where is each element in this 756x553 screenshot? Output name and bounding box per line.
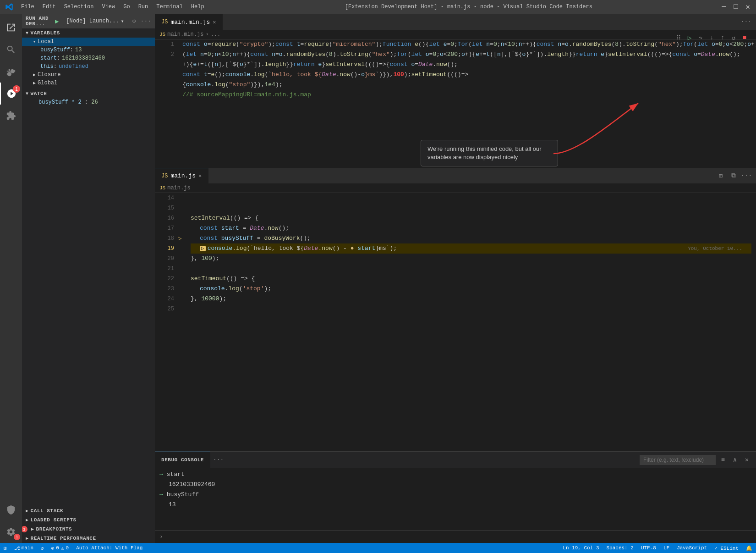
console-line-1: 1621033892460	[155, 480, 756, 490]
language-text: JavaScript	[677, 545, 707, 551]
tab-close-minified[interactable]: ✕	[213, 19, 216, 26]
activity-source-control[interactable]	[0, 61, 22, 83]
debug-step-over-btn[interactable]: ↷	[696, 33, 706, 43]
close-button[interactable]: ✕	[744, 3, 751, 11]
realtime-perf-header[interactable]: REALTIME PERFORMANCE	[22, 534, 155, 543]
open-in-editor-btn[interactable]: ⊞	[716, 171, 726, 181]
watch-item-0[interactable]: busyStuff * 2 : 26	[22, 98, 155, 106]
run-play-button[interactable]: ▶	[55, 17, 59, 25]
loaded-scripts-label: LOADED SCRIPTS	[31, 517, 77, 523]
minified-line-numbers: 1 2	[155, 39, 178, 164]
lower-sidebar: CALL STACK LOADED SCRIPTS 1 BREAKPOINTS …	[22, 506, 155, 543]
watch-section-header[interactable]: WATCH	[22, 89, 155, 98]
main-breadcrumb: JS main.js	[155, 183, 756, 193]
debug-continue-btn[interactable]: ▷	[685, 33, 695, 43]
tab-main-js[interactable]: JS main.js ✕	[155, 168, 208, 184]
js-icon-2: JS	[161, 173, 168, 179]
realtime-perf-chevron	[26, 536, 29, 541]
branch-name: main	[22, 545, 33, 551]
callstack-section-header[interactable]: CALL STACK	[22, 506, 155, 515]
maximize-button[interactable]: □	[732, 3, 740, 11]
activity-run-debug[interactable]	[0, 83, 22, 105]
activity-remote[interactable]	[0, 499, 22, 521]
auto-attach-text: Auto Attach: With Flag	[76, 545, 142, 551]
debug-console-tab[interactable]: DEBUG CONSOLE	[155, 452, 210, 468]
errors-status-item[interactable]: ⊗ 0 ⚠ 0	[48, 543, 72, 553]
callstack-chevron	[26, 508, 29, 514]
activity-settings[interactable]: 1	[0, 521, 22, 543]
menu-help[interactable]: Help	[187, 3, 208, 11]
code-line-19: ▷ console.log(`hello, took ${Date.now() …	[191, 243, 751, 254]
code-line-25	[191, 304, 751, 314]
spaces-status[interactable]: Spaces: 2	[603, 543, 637, 553]
auto-attach-status[interactable]: Auto Attach: With Flag	[72, 543, 146, 553]
variables-section-header[interactable]: VARIABLES	[22, 28, 155, 38]
position-status[interactable]: Ln 19, Col 3	[559, 543, 603, 553]
tooltip-text: We're running this minified code, but al…	[427, 145, 542, 160]
minified-line-1c: +){e+=t([n],[`${o}*`]).length}}return e}…	[182, 60, 751, 70]
eol-status[interactable]: LF	[660, 543, 673, 553]
console-arrow-2: →	[159, 490, 163, 499]
git-blame: You, October 10...	[688, 243, 742, 254]
debug-toolbar: ⠿ ▷ ↷ ↓ ↑ ↺ ■	[674, 33, 750, 43]
run-debug-bar: RUN AND DEB... ▶ [Node] Launch... ▾ ⚙ ··…	[22, 14, 155, 28]
menu-go[interactable]: Go	[120, 3, 133, 11]
var-value-start: 1621033892460	[62, 55, 105, 61]
menu-view[interactable]: View	[98, 3, 119, 11]
loaded-scripts-header[interactable]: LOADED SCRIPTS	[22, 515, 155, 525]
console-list-icon[interactable]: ≡	[718, 455, 728, 465]
tab-main-min-js[interactable]: JS main.min.js ✕	[155, 14, 223, 30]
breakpoints-header[interactable]: 1 BREAKPOINTS	[22, 525, 155, 534]
var-this[interactable]: this : undefined	[22, 62, 155, 71]
remote-status-item[interactable]: ⊞	[0, 543, 11, 553]
menu-file[interactable]: File	[17, 3, 38, 11]
console-close-btn[interactable]: ✕	[742, 455, 751, 465]
window-controls: ─ □ ✕	[720, 3, 751, 11]
activity-search[interactable]	[0, 39, 22, 61]
console-text-1: 1621033892460	[169, 480, 215, 489]
realtime-perf-label: REALTIME PERFORMANCE	[31, 536, 96, 541]
var-busystuff[interactable]: busyStuff : 13	[22, 46, 155, 54]
minified-line-1b: (let n=0;n<10;n++){const n=o.randomBytes…	[182, 50, 751, 60]
split-editor-btn[interactable]: ⧉	[729, 171, 739, 181]
menu-edit[interactable]: Edit	[39, 3, 60, 11]
local-scope-item[interactable]: ▾ Local	[22, 38, 155, 46]
language-status[interactable]: JavaScript	[673, 543, 711, 553]
var-start[interactable]: start : 1621033892460	[22, 54, 155, 62]
menu-selection[interactable]: Selection	[60, 3, 98, 11]
debug-stop-btn[interactable]: ■	[740, 33, 750, 43]
debug-step-out-btn[interactable]: ↑	[718, 33, 728, 43]
launch-config[interactable]: [Node] Launch... ▾	[63, 17, 126, 26]
menu-run[interactable]: Run	[135, 3, 152, 11]
console-filter-input[interactable]	[640, 455, 716, 465]
var-name-busystuff: busyStuff	[40, 47, 70, 53]
warnings-count: 0	[66, 545, 69, 551]
settings-gear-icon[interactable]: ⚙	[132, 17, 136, 25]
code-line-18: const busyStuff = doBusyWork();	[191, 233, 751, 243]
app-logo	[5, 2, 14, 11]
sync-status-item[interactable]: ↺	[37, 543, 48, 553]
activity-extensions[interactable]	[0, 105, 22, 127]
tab-close-main[interactable]: ✕	[198, 172, 202, 179]
more-editor-btn[interactable]: ···	[741, 171, 751, 181]
encoding-status[interactable]: UTF-8	[637, 543, 660, 553]
editor-area: JS main.min.js ✕ ··· JS main.min.js › ..…	[155, 14, 756, 543]
eslint-status[interactable]: ✓ ESLint	[711, 543, 742, 553]
console-clear-up-icon[interactable]: ∧	[730, 455, 740, 465]
activity-explorer[interactable]	[0, 17, 22, 39]
panel-more-btn[interactable]: ···	[213, 456, 224, 463]
menu-terminal[interactable]: Terminal	[153, 3, 186, 11]
breakpoints-label: BREAKPOINTS	[36, 526, 72, 532]
branch-status-item[interactable]: ⎇ main	[11, 543, 37, 553]
closure-scope-item[interactable]: ▶ Closure	[22, 71, 155, 79]
main-code-content[interactable]: setInterval(() => { const start = Date.n…	[186, 193, 756, 451]
closure-label: Closure	[38, 72, 60, 78]
debug-layout-icon[interactable]: ⠿	[674, 33, 684, 43]
editor-more-button[interactable]: ···	[736, 18, 756, 25]
more-actions-icon[interactable]: ···	[141, 18, 151, 25]
debug-restart-btn[interactable]: ↺	[729, 33, 739, 43]
debug-step-into-btn[interactable]: ↓	[707, 33, 717, 43]
global-scope-item[interactable]: ▶ Global	[22, 79, 155, 87]
minimize-button[interactable]: ─	[720, 3, 728, 11]
feedback-icon[interactable]: 🔔	[742, 543, 756, 553]
